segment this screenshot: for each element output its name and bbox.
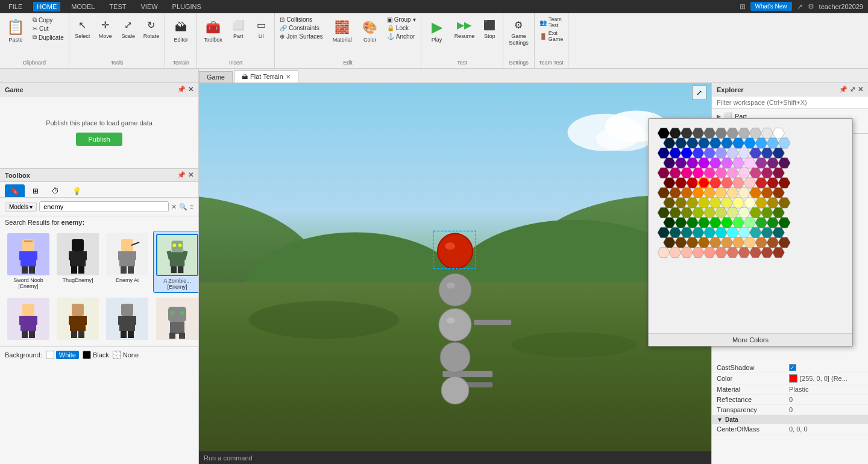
move-button[interactable]: ✛ Move (95, 16, 116, 41)
lock-button[interactable]: 🔒 Lock (385, 24, 418, 32)
svg-rect-25 (170, 252, 185, 266)
category-dropdown[interactable]: Models ▾ (5, 202, 37, 212)
toolbox-close-icon[interactable]: ✕ (188, 171, 193, 179)
more-colors-button[interactable]: More Colors (649, 333, 852, 346)
prop-section-data: ▼ Data (712, 415, 868, 424)
part-icon: ⬜ (231, 17, 245, 32)
svg-rect-11 (69, 251, 74, 260)
menu-item-model[interactable]: MODEL (68, 2, 98, 11)
svg-point-70 (511, 332, 636, 357)
model-item[interactable] (104, 295, 151, 344)
clear-search-icon[interactable]: ✕ (171, 203, 177, 211)
toolbox-tab-grid[interactable]: ⊞ (27, 184, 44, 197)
model-item[interactable] (153, 295, 198, 344)
publish-button[interactable]: Publish (76, 133, 122, 146)
play-button[interactable]: ▶ Play (424, 16, 450, 45)
whats-new-button[interactable]: What's New (750, 2, 792, 11)
model-item[interactable]: A Zombie... [Enemy] (153, 231, 198, 293)
model-item[interactable]: Sword Noob [Enemy] (5, 231, 52, 293)
toolbox-tab-recent[interactable]: ⏱ (46, 184, 64, 197)
test-group: ▶ Play ▶▶ Resume ⬛ Stop Test (421, 13, 504, 68)
none-swatch (113, 351, 121, 359)
toolbox-tab-light[interactable]: 💡 (67, 184, 87, 197)
game-panel-pin-icon[interactable]: 📌 (177, 86, 186, 93)
svg-point-76 (439, 274, 471, 306)
join-surfaces-button[interactable]: ⊕ Join Surfaces (277, 33, 326, 40)
viewport[interactable]: ⤢ PIXEL (199, 83, 711, 464)
menu-item-plugins[interactable]: PLUGINS (169, 2, 205, 11)
model-label: Enemy Ai (116, 277, 139, 283)
model-item[interactable]: ThugEnemy] (54, 231, 101, 293)
game-settings-button[interactable]: ⚙ GameSettings (506, 16, 532, 48)
ui-button[interactable]: ▭ UI (250, 16, 272, 41)
select-button[interactable]: ↖ Select (72, 16, 93, 41)
menu-item-view[interactable]: VIEW (137, 2, 161, 11)
group-button[interactable]: ▣ Group ▾ (385, 16, 418, 24)
model-item[interactable] (54, 295, 101, 344)
part-button[interactable]: ⬜ Part (227, 16, 249, 41)
lock-icon: 🔒 (387, 25, 394, 31)
model-item[interactable]: Enemy Ai (104, 231, 151, 293)
menu-item-test[interactable]: TEST (105, 2, 130, 11)
toolbox-button[interactable]: 🧰 Toolbox (200, 16, 226, 45)
run-command-bar[interactable]: Run a command (199, 451, 711, 464)
select-icon: ↖ (75, 17, 90, 32)
color-button[interactable]: 🎨 Color (357, 16, 383, 45)
prop-reflectance-value: 0 (789, 396, 863, 403)
toolbox-tab-bookmark[interactable]: 🔖 (5, 184, 25, 197)
prop-cast-shadow-value[interactable]: ✓ (789, 364, 863, 371)
prop-color-value[interactable]: [255, 0, 0] (Re... (789, 374, 863, 383)
tools-group: ↖ Select ✛ Move ⤢ Scale ↻ Rotate Tools (69, 13, 166, 68)
menu-item-home[interactable]: HOME (33, 2, 60, 11)
bg-white-option[interactable]: White (46, 351, 79, 359)
settings-label: Settings (506, 58, 532, 66)
collisions-button[interactable]: ⊡ Collisions (277, 16, 326, 24)
svg-rect-73 (474, 320, 511, 325)
duplicate-icon: ⧉ (33, 34, 37, 41)
constraints-icon: 🔗 (280, 25, 287, 31)
model-item[interactable] (5, 295, 52, 344)
explorer-pin-icon[interactable]: 📌 (839, 86, 848, 93)
play-icon: ▶ (427, 17, 447, 37)
bg-black-option[interactable]: Black (83, 351, 109, 359)
bg-none-option[interactable]: None (113, 351, 139, 359)
svg-rect-20 (121, 266, 127, 274)
cast-shadow-checkbox[interactable]: ✓ (789, 364, 796, 371)
settings-icon[interactable]: ⚙ (808, 2, 814, 11)
team-test-button[interactable]: 👥 TeamTest (537, 16, 566, 29)
svg-point-58 (171, 311, 174, 315)
svg-point-31 (178, 243, 182, 247)
anchor-button[interactable]: ⚓ Anchor (385, 33, 418, 40)
constraints-button[interactable]: 🔗 Constraints (277, 24, 326, 32)
tab-game[interactable]: Game (199, 71, 233, 83)
copy-button[interactable]: ⧉ Copy (30, 16, 66, 24)
prop-color: Color [255, 0, 0] (Re... (712, 373, 868, 384)
menu-item-file[interactable]: FILE (5, 2, 26, 11)
stop-button[interactable]: ⬛ Stop (479, 16, 500, 41)
exit-game-button[interactable]: 🚪 ExitGame (537, 30, 566, 43)
search-input[interactable] (39, 201, 168, 212)
tab-flat-terrain[interactable]: 🏔 Flat Terrain ✕ (234, 71, 298, 83)
share-icon[interactable]: ↗ (797, 2, 803, 11)
rotate-button[interactable]: ↻ Rotate (140, 16, 163, 41)
filter-icon[interactable]: ≡ (190, 203, 193, 211)
clipboard-group: 📋 Paste ⧉ Copy ✂ Cut ⧉ Duplicate Clipboa… (0, 13, 69, 68)
editor-button[interactable]: 🏔 Editor (168, 16, 194, 45)
tab-close-button[interactable]: ✕ (286, 74, 291, 80)
resume-button[interactable]: ▶▶ Resume (451, 16, 478, 41)
scale-button[interactable]: ⤢ Scale (118, 16, 139, 41)
game-panel-close-icon[interactable]: ✕ (188, 86, 193, 93)
explorer-title: Explorer (717, 86, 744, 93)
filter-input[interactable] (712, 96, 868, 109)
explorer-close-icon[interactable]: ✕ (858, 86, 863, 93)
explorer-expand-icon[interactable]: ⤢ (850, 86, 855, 93)
toolbox-pin-icon[interactable]: 📌 (177, 171, 186, 179)
duplicate-button[interactable]: ⧉ Duplicate (30, 33, 66, 42)
paste-button[interactable]: 📋 Paste (2, 16, 29, 45)
fullscreen-button[interactable]: ⤢ (692, 86, 706, 100)
color-value-text: [255, 0, 0] (Re... (800, 375, 848, 382)
search-icon[interactable]: 🔍 (179, 203, 187, 211)
cut-button[interactable]: ✂ Cut (30, 25, 66, 33)
prop-center-of-mass-value: 0, 0, 0 (789, 425, 863, 433)
material-button[interactable]: 🧱 Material (329, 16, 356, 45)
